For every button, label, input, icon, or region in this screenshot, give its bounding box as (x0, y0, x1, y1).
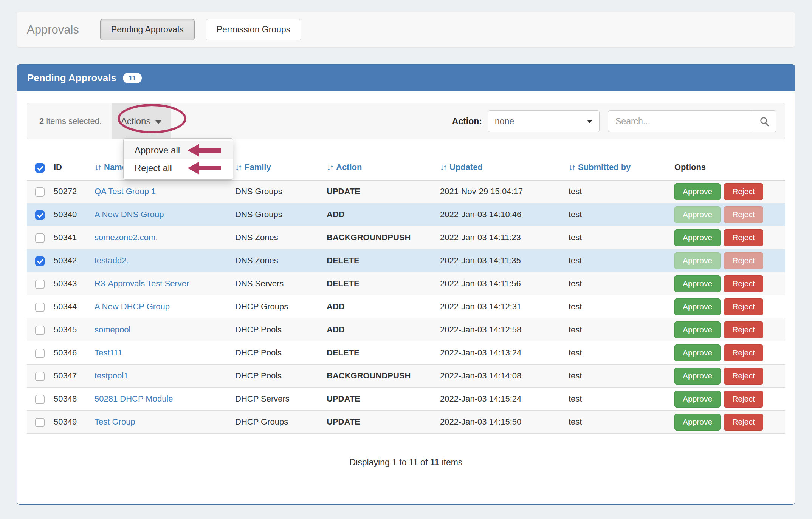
search-input[interactable] (608, 110, 752, 132)
row-family-cell: DNS Groups (231, 203, 322, 226)
reject-button[interactable]: Reject (724, 206, 763, 223)
page-title: Approvals (27, 23, 79, 37)
table-row: 50344A New DHCP GroupDHCP GroupsADD2022-… (27, 295, 785, 318)
row-select-cell (27, 341, 49, 365)
pagination-status: Displaying 1 to 11 of 11 items (27, 457, 785, 468)
reject-button[interactable]: Reject (724, 344, 763, 361)
row-submitted-by-cell: test (564, 411, 670, 434)
approve-button[interactable]: Approve (674, 275, 721, 292)
row-submitted-by-cell: test (564, 341, 670, 365)
row-name-link[interactable]: Test111 (95, 348, 122, 357)
actions-dropdown-button[interactable]: Actions (112, 103, 171, 139)
action-filter-label: Action: (452, 116, 482, 127)
selected-count: 2 (39, 116, 44, 126)
tab-permission-groups[interactable]: Permission Groups (206, 19, 302, 40)
approve-button[interactable]: Approve (674, 414, 721, 431)
row-name-link[interactable]: testpool1 (95, 371, 128, 380)
page-header: Approvals Pending Approvals Permission G… (17, 12, 795, 48)
column-header-updated[interactable]: ↓↑Updated (435, 157, 564, 180)
row-action-cell: ADD (322, 318, 435, 341)
reject-button[interactable]: Reject (724, 275, 763, 292)
table-row: 50346Test111DHCP PoolsDELETE2022-Jan-03 … (27, 341, 785, 365)
row-name-cell: 50281 DHCP Module (90, 388, 231, 411)
menu-item-reject-all[interactable]: Reject all (124, 159, 233, 177)
approve-button[interactable]: Approve (674, 321, 721, 338)
row-name-cell: R3-Approvals Test Server (90, 272, 231, 295)
count-badge: 11 (123, 73, 142, 83)
approve-button[interactable]: Approve (674, 252, 721, 269)
row-name-link[interactable]: 50281 DHCP Module (95, 394, 173, 403)
approve-button[interactable]: Approve (674, 368, 721, 385)
row-family-cell: DHCP Servers (231, 388, 322, 411)
approve-button[interactable]: Approve (674, 229, 721, 246)
reject-button[interactable]: Reject (724, 414, 763, 431)
menu-item-label: Reject all (135, 163, 172, 173)
row-name-link[interactable]: QA Test Group 1 (95, 187, 156, 196)
reject-button[interactable]: Reject (724, 183, 763, 200)
row-checkbox[interactable] (35, 418, 45, 427)
row-options-cell: ApproveReject (670, 411, 785, 434)
row-family-cell: DHCP Pools (231, 341, 322, 365)
row-action-cell: DELETE (322, 341, 435, 365)
column-header-family[interactable]: ↓↑Family (231, 157, 322, 180)
approve-button[interactable]: Approve (674, 391, 721, 408)
row-name-link[interactable]: somezone2.com. (95, 233, 158, 242)
approve-button[interactable]: Approve (674, 183, 721, 200)
panel-body: 2 items selected. Actions Action: none (17, 91, 795, 468)
menu-item-approve-all[interactable]: Approve all (124, 141, 233, 159)
row-checkbox[interactable] (35, 187, 45, 197)
row-id-cell: 50348 (49, 388, 90, 411)
row-options-cell: ApproveReject (670, 180, 785, 203)
select-all-checkbox[interactable] (35, 163, 45, 173)
column-header-action[interactable]: ↓↑Action (322, 157, 435, 180)
reject-button[interactable]: Reject (724, 391, 763, 408)
reject-button[interactable]: Reject (724, 298, 763, 315)
row-action-cell: DELETE (322, 249, 435, 272)
annotation-arrow-icon (188, 144, 221, 157)
row-checkbox[interactable] (35, 280, 45, 289)
row-name-link[interactable]: somepool (95, 325, 130, 334)
row-action-cell: BACKGROUNDPUSH (322, 226, 435, 249)
panel-title: Pending Approvals (27, 72, 116, 84)
reject-button[interactable]: Reject (724, 368, 763, 385)
row-select-cell (27, 249, 49, 272)
approve-button[interactable]: Approve (674, 344, 721, 361)
row-action-cell: DELETE (322, 272, 435, 295)
row-name-link[interactable]: Test Group (95, 417, 135, 426)
table-row: 5034850281 DHCP ModuleDHCP ServersUPDATE… (27, 388, 785, 411)
column-header-submitted-by[interactable]: ↓↑Submitted by (564, 157, 670, 180)
row-updated-cell: 2022-Jan-03 14:11:56 (435, 272, 564, 295)
action-filter-select[interactable]: none (488, 110, 600, 132)
tab-pending-approvals[interactable]: Pending Approvals (100, 19, 195, 40)
row-checkbox[interactable] (35, 395, 45, 404)
row-name-cell: somepool (90, 318, 231, 341)
row-name-link[interactable]: R3-Approvals Test Server (95, 279, 189, 288)
reject-button[interactable]: Reject (724, 252, 763, 269)
row-checkbox[interactable] (35, 303, 45, 312)
row-select-cell (27, 365, 49, 388)
row-options-cell: ApproveReject (670, 249, 785, 272)
row-checkbox[interactable] (35, 233, 45, 243)
row-name-link[interactable]: A New DHCP Group (95, 302, 170, 311)
row-submitted-by-cell: test (564, 318, 670, 341)
row-checkbox[interactable] (35, 349, 45, 358)
reject-button[interactable]: Reject (724, 229, 763, 246)
table-row: 50345somepoolDHCP PoolsADD2022-Jan-03 14… (27, 318, 785, 341)
row-submitted-by-cell: test (564, 226, 670, 249)
row-updated-cell: 2021-Nov-29 15:04:17 (435, 180, 564, 203)
approve-button[interactable]: Approve (674, 206, 721, 223)
row-select-cell (27, 226, 49, 249)
search-button[interactable] (752, 110, 776, 132)
row-checkbox[interactable] (35, 372, 45, 381)
row-checkbox[interactable] (35, 326, 45, 335)
row-options-cell: ApproveReject (670, 365, 785, 388)
row-name-link[interactable]: A New DNS Group (95, 210, 164, 219)
row-name-link[interactable]: testadd2. (95, 256, 129, 265)
row-checkbox[interactable] (35, 210, 45, 220)
row-family-cell: DHCP Pools (231, 365, 322, 388)
row-submitted-by-cell: test (564, 180, 670, 203)
row-checkbox[interactable] (35, 256, 45, 266)
approve-button[interactable]: Approve (674, 298, 721, 315)
reject-button[interactable]: Reject (724, 321, 763, 338)
search-group (608, 110, 776, 132)
